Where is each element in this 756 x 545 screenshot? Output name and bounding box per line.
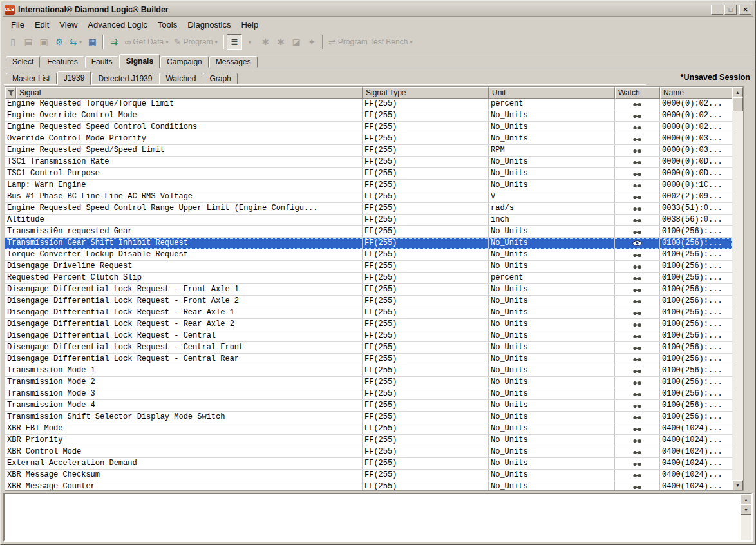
cell-watch[interactable]: [615, 168, 660, 179]
cell-watch[interactable]: [615, 133, 660, 144]
table-row[interactable]: Transmission Shift Selector Display Mode…: [5, 412, 732, 423]
table-row[interactable]: Transmissi0n requested Gear FF(255) No_U…: [5, 226, 732, 238]
table-row[interactable]: Altitude FF(255) inch 0038(56):0...: [5, 215, 732, 226]
table-row[interactable]: XBR EBI Mode FF(255) No_Units 0400(1024)…: [5, 423, 732, 435]
cell-watch[interactable]: [615, 423, 660, 434]
menu-advanced-logic[interactable]: Advanced Logic: [82, 19, 153, 31]
table-row[interactable]: Lamp: Warn Engine FF(255) No_Units 0000(…: [5, 180, 732, 191]
cell-watch[interactable]: [615, 481, 660, 490]
cell-watch[interactable]: [615, 377, 660, 388]
save-button[interactable]: ▤: [21, 34, 36, 50]
cell-watch[interactable]: [615, 226, 660, 237]
minimize-button[interactable]: _: [711, 5, 723, 15]
table-row[interactable]: Transmission Mode 2 FF(255) No_Units 010…: [5, 377, 732, 388]
menu-help[interactable]: Help: [236, 19, 263, 31]
program-button[interactable]: ✎ Program ▾: [171, 34, 220, 50]
copy-button[interactable]: ▣: [36, 34, 52, 50]
table-row[interactable]: XBR Control Mode FF(255) No_Units 0400(1…: [5, 446, 732, 458]
table-row[interactable]: Disengage Differential Lock Request - Ce…: [5, 330, 732, 342]
table-row[interactable]: Disengage Differential Lock Request - Ce…: [5, 354, 732, 365]
scroll-down-button[interactable]: ▼: [732, 480, 743, 490]
sync-button[interactable]: ⇆▾: [67, 34, 84, 50]
cell-watch[interactable]: [615, 249, 660, 260]
column-header-signal[interactable]: Signal: [16, 87, 363, 99]
detail-panel-scrollbar[interactable]: ▲ ▼: [741, 494, 751, 540]
print-button[interactable]: ▦: [84, 34, 100, 50]
filter-button[interactable]: [5, 87, 16, 99]
tab-campaign[interactable]: Campaign: [160, 56, 209, 68]
table-row[interactable]: External Acceleration Demand FF(255) No_…: [5, 458, 732, 470]
table-row[interactable]: XBR Priority FF(255) No_Units 0400(1024)…: [5, 435, 732, 446]
maximize-button[interactable]: □: [724, 5, 737, 15]
cell-watch[interactable]: [615, 122, 660, 133]
table-row[interactable]: Override Control Mode Priority FF(255) N…: [5, 133, 732, 145]
table-row[interactable]: TSC1 Control Purpose FF(255) No_Units 00…: [5, 168, 732, 180]
table-row[interactable]: Transmission Mode 4 FF(255) No_Units 010…: [5, 400, 732, 412]
cell-watch[interactable]: [615, 470, 660, 481]
cell-watch[interactable]: [615, 330, 660, 341]
tab-j1939[interactable]: J1939: [57, 71, 91, 85]
table-row[interactable]: Disengage Driveline Request FF(255) No_U…: [5, 261, 732, 272]
cell-watch[interactable]: [615, 319, 660, 330]
tab-messages[interactable]: Messages: [209, 56, 258, 68]
table-row[interactable]: TSC1 Transmission Rate FF(255) No_Units …: [5, 157, 732, 168]
scrollbar-thumb[interactable]: [732, 97, 743, 111]
table-row[interactable]: Transmission Gear Shift Inhibit Request …: [5, 238, 732, 249]
key-button[interactable]: ✦: [304, 34, 319, 50]
table-row[interactable]: Disengage Differential Lock Request - Re…: [5, 307, 732, 319]
menu-edit[interactable]: Edit: [30, 19, 54, 31]
cell-watch[interactable]: [615, 284, 660, 295]
table-row[interactable]: Transmission Mode 1 FF(255) No_Units 010…: [5, 365, 732, 377]
debug-button-1[interactable]: ✱: [258, 34, 273, 50]
cell-watch[interactable]: [615, 110, 660, 121]
table-row[interactable]: Torque Converter Lockup Disable Request …: [5, 249, 732, 261]
debug-button-2[interactable]: ✱: [273, 34, 288, 50]
table-row[interactable]: Disengage Differential Lock Request - Fr…: [5, 284, 732, 296]
tab-faults[interactable]: Faults: [85, 56, 119, 68]
cell-watch[interactable]: [615, 365, 660, 376]
cell-watch[interactable]: [615, 296, 660, 307]
cell-watch[interactable]: [615, 446, 660, 457]
scroll-down-button[interactable]: ▼: [741, 504, 751, 515]
table-row[interactable]: Engine Override Control Mode FF(255) No_…: [5, 110, 732, 122]
table-row[interactable]: Disengage Differential Lock Request - Fr…: [5, 296, 732, 307]
menu-diagnostics[interactable]: Diagnostics: [182, 19, 236, 31]
logic-wizard-button[interactable]: ⚙: [52, 34, 67, 50]
cell-watch[interactable]: [615, 157, 660, 167]
tab-detected-j1939[interactable]: Detected J1939: [91, 73, 158, 84]
cell-watch[interactable]: [615, 191, 660, 202]
cell-watch[interactable]: [615, 307, 660, 318]
cell-watch[interactable]: [615, 435, 660, 446]
column-header-name[interactable]: Name: [660, 87, 732, 99]
cell-watch[interactable]: [615, 354, 660, 365]
get-data-button[interactable]: ∞ Get Data ▾: [122, 34, 171, 50]
cell-watch[interactable]: [615, 342, 660, 353]
scroll-up-button[interactable]: ▲: [732, 87, 743, 97]
table-row[interactable]: Engine Requested Torque/Torque Limit FF(…: [5, 99, 732, 110]
cell-watch[interactable]: [615, 458, 660, 469]
tab-watched[interactable]: Watched: [159, 73, 202, 84]
tab-signals[interactable]: Signals: [119, 54, 160, 68]
tab-master-list[interactable]: Master List: [6, 73, 57, 84]
table-row[interactable]: Engine Requested Speed Control Condition…: [5, 122, 732, 133]
cell-watch[interactable]: [615, 145, 660, 156]
cell-watch[interactable]: [615, 238, 660, 249]
table-row[interactable]: Engine Requested Speed Control Range Upp…: [5, 203, 732, 215]
title-bar[interactable]: DLB International® Diamond Logic® Builde…: [3, 3, 753, 17]
erase-button[interactable]: ◪: [288, 34, 304, 50]
cell-watch[interactable]: [615, 272, 660, 283]
scroll-up-button[interactable]: ▲: [741, 494, 751, 504]
column-header-signal-type[interactable]: Signal Type: [363, 87, 489, 99]
menu-file[interactable]: File: [6, 19, 30, 31]
document-view-button[interactable]: ≣: [227, 34, 242, 50]
menu-view[interactable]: View: [54, 19, 82, 31]
menu-tools[interactable]: Tools: [153, 19, 182, 31]
cell-watch[interactable]: [615, 412, 660, 423]
table-row[interactable]: Engine Requested Speed/Speed Limit FF(25…: [5, 145, 732, 157]
table-scrollbar[interactable]: ▲ ▼: [732, 87, 743, 490]
cell-watch[interactable]: [615, 261, 660, 272]
program-test-bench-button[interactable]: ⇌ Program Test Bench ▾: [326, 34, 415, 50]
tab-select[interactable]: Select: [6, 56, 40, 68]
table-row[interactable]: Requested Percent Clutch Slip FF(255) pe…: [5, 272, 732, 284]
tab-features[interactable]: Features: [41, 56, 84, 68]
